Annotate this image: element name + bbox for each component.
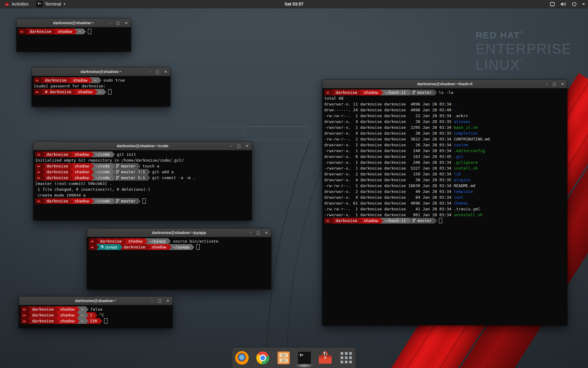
ls-fields: drwxrwxr-x. 4 darknoise darknoise 38 Jan… [324,178,454,182]
clock[interactable]: Sat 03:57 [0,2,588,6]
ls-row: -rw-rw-r--. 1 darknoise darknoise 3622 J… [324,136,565,142]
app-menu-terminal[interactable]: $> Terminal ▼ [33,0,70,8]
maximize-button[interactable]: □ [237,144,241,148]
terminal-output-line: create mode 100644 a [35,192,250,198]
prompt-segment-host: shadow [74,89,95,95]
power-icon[interactable] [572,2,577,6]
prompt-segment-hat [35,175,43,181]
terminal-content[interactable]: darknoiseshadow~sudo true[sudo] password… [32,76,170,106]
close-button[interactable]: ✕ [246,144,249,148]
terminal-content[interactable]: darknoiseshadow~/bash-itmasterls -latota… [322,88,567,325]
prompt-segment-user: darknoise [28,312,56,318]
maximize-button[interactable]: □ [116,21,120,25]
close-button[interactable]: ✕ [166,299,169,303]
terminal-window-term-pyapp[interactable]: darknoise@shadow:~/pyapp–□✕darknoiseshad… [87,228,271,289]
prompt-segment-host: shadow [54,29,74,34]
prompt-segment-host: shadow [70,175,91,181]
minimize-button[interactable]: – [250,231,252,235]
ls-filename: .git [454,154,463,159]
prompt-segment-text: shadow [78,90,92,94]
dock-item-files[interactable] [277,351,291,365]
terminal-window-term-sudo[interactable]: darknoise@shadow:~–□✕darknoiseshadow~sud… [32,67,170,106]
dock-item-terminal[interactable]: $> [297,351,311,365]
maximize-button[interactable]: □ [257,231,260,235]
close-button[interactable]: ✕ [265,231,268,235]
activities-button[interactable]: Activities [0,0,33,8]
ls-filename: install.sh [454,166,478,171]
titlebar[interactable]: darknoise@shadow:~/bash-it–□✕ [322,80,567,88]
prompt-segment-host: shadow [124,238,145,244]
titlebar[interactable]: darknoise@shadow:~–□✕ [17,19,131,27]
minimize-button[interactable]: – [110,21,111,25]
ls-filename: custom [454,143,468,147]
terminal-window-term-code[interactable]: darknoise@shadow:~/code–□✕darknoiseshado… [33,142,252,220]
git-branch-icon [116,199,119,203]
maximize-button[interactable]: □ [553,82,556,86]
minimize-button[interactable]: – [151,299,153,303]
prompt-segment-git: master ?:1 [112,169,147,175]
maximize-button[interactable]: □ [158,299,161,303]
ls-fields: drwxrwxr-x. 2 darknoise darknoise 150 Ja… [324,172,454,176]
ls-row: -rwxrwxr-x. 1 darknoise darknoise 2205 J… [324,125,565,130]
terminal-content[interactable]: darknoiseshadow~falsedarknoiseshadow~1^C… [19,305,172,328]
terminal-window-term-home-small[interactable]: darknoise@shadow:~–□✕darknoiseshadow~ [17,19,131,52]
git-branch-icon [116,176,119,180]
dock-item-firefox[interactable] [235,351,249,365]
ls-fields: drwxrwxr-x. 61 darknoise darknoise 4096 … [324,201,454,205]
prompt-segment-text: master ?:1 [121,170,145,174]
titlebar[interactable]: darknoise@shadow:~/code–□✕ [33,142,252,150]
ls-fields: -rwxrwxr-x. 1 darknoise darknoise 240 Ja… [324,148,454,153]
app-menu-label: Terminal [45,2,61,6]
prompt-segment-text: darknoise [47,175,68,180]
prompt-segment-text: ~/pyapp [149,239,166,243]
prompt-segment-hat [89,244,96,250]
chevron-down-icon[interactable] [582,3,585,5]
prompt-line: darknoiseshadow~1^C [21,312,171,318]
volume-icon[interactable] [560,2,566,6]
terminal-content[interactable]: darknoiseshadow~/codegit initInitialized… [33,150,252,220]
brand-line-redhat: RED HAT [476,30,520,40]
terminal-window-term-bashit[interactable]: darknoise@shadow:~/bash-it–□✕darknoisesh… [322,80,567,325]
terminal-window-term-exitcodes[interactable]: darknoise@shadow:~–□✕darknoiseshadow~fal… [19,297,172,328]
terminal-content[interactable]: darknoiseshadow~/pyappsource bin/activat… [87,237,271,289]
ls-row: -rw-rw-r--. 1 darknoise darknoise 22 Jan… [324,113,565,119]
ls-filename: uninstall.sh [454,213,483,217]
prompt-segment-text: darknoise [45,78,66,82]
maximize-button[interactable]: □ [156,70,159,74]
prompt-segment-git: master [112,163,138,169]
prompt-segment-host: shadow [70,169,91,175]
prompt-line: darknoiseshadow~/codemaster S:1git commi… [35,175,250,181]
ls-filename: .. [454,108,459,112]
dock-item-toolbox[interactable] [318,351,332,365]
close-button[interactable]: ✕ [561,82,564,86]
brand-reg-mark: ® [520,30,523,34]
prompt-segment-text: darknoise [100,239,122,243]
ls-fields: -rw-rw-r--. 1 darknoise darknoise 3622 J… [324,137,454,141]
titlebar[interactable]: darknoise@shadow:~–□✕ [19,297,172,305]
dock-item-chrome[interactable] [256,351,270,365]
command-text: ls -la [439,90,453,95]
command-text: sudo true [103,78,125,82]
ls-filename: .editorconfig [454,148,485,153]
dock-item-app-grid[interactable] [339,351,353,365]
window-title: darknoise@shadow:~/code [33,142,252,150]
terminal-content[interactable]: darknoiseshadow~ [17,27,131,52]
prompt-segment-text: ~ [94,78,96,82]
titlebar[interactable]: darknoise@shadow:~/pyapp–□✕ [87,228,271,237]
prompt-segment-text: shadow [60,319,74,323]
prompt-segment-user: darknoise [96,238,124,244]
close-button[interactable]: ✕ [164,70,167,74]
minimize-button[interactable]: – [546,82,548,86]
prompt-segment-text: ~ [81,319,83,323]
minimize-button[interactable]: – [231,144,232,148]
ls-row: drwxrwxr-x. 4 darknoise darknoise 84 Jan… [324,194,565,200]
ls-filename: template [454,189,473,194]
titlebar[interactable]: darknoise@shadow:~–□✕ [32,67,170,76]
prompt-segment-user: darknoise [43,151,70,157]
window-indicator-icon[interactable] [550,2,555,6]
ls-filename: lib [454,172,461,176]
window-controls: –□✕ [250,228,268,237]
window-controls: –□✕ [110,19,128,27]
close-button[interactable]: ✕ [125,21,128,25]
minimize-button[interactable]: – [149,70,151,74]
